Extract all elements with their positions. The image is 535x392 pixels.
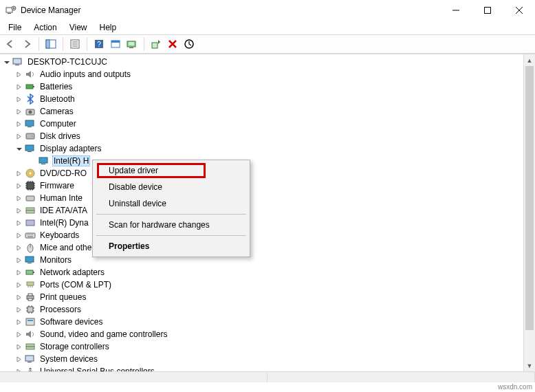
svg-rect-36 xyxy=(26,220,34,226)
collapse-icon[interactable] xyxy=(1,57,11,67)
expand-icon[interactable] xyxy=(14,255,23,265)
expand-icon[interactable] xyxy=(14,206,23,215)
update-driver-button[interactable] xyxy=(124,36,140,52)
expand-icon[interactable] xyxy=(14,354,23,364)
software-device-icon xyxy=(25,316,36,327)
scroll-up-arrow[interactable]: ▲ xyxy=(524,54,535,66)
properties-button[interactable] xyxy=(67,36,83,52)
context-scan-hardware[interactable]: Scan for hardware changes xyxy=(95,217,248,233)
forward-button[interactable] xyxy=(19,36,34,52)
tree-node-batteries[interactable]: Batteries xyxy=(0,80,523,93)
expand-icon[interactable] xyxy=(14,243,23,252)
tree-node-firmware[interactable]: Firmware xyxy=(0,179,523,192)
camera-icon xyxy=(25,106,36,117)
expand-icon[interactable] xyxy=(14,218,23,228)
svg-rect-18 xyxy=(26,85,33,89)
tree-node-usb[interactable]: Universal Serial Bus controllers xyxy=(0,365,523,371)
tree-label: Storage controllers xyxy=(39,342,111,351)
device-tree[interactable]: DESKTOP-TC1CUJC Audio inputs and outputs… xyxy=(0,54,523,371)
back-button[interactable] xyxy=(3,36,18,52)
tree-node-network[interactable]: Network adapters xyxy=(0,266,523,279)
expand-icon[interactable] xyxy=(14,329,23,339)
tree-label: Display adapters xyxy=(39,144,102,153)
tree-node-softdev[interactable]: Software devices xyxy=(0,316,523,328)
expand-icon[interactable] xyxy=(14,292,23,302)
close-button[interactable] xyxy=(503,0,535,21)
svg-rect-47 xyxy=(28,307,33,312)
svg-point-25 xyxy=(32,135,33,137)
toolbar-separator xyxy=(63,37,63,51)
tree-label: Firmware xyxy=(39,181,76,190)
tree-node-storage[interactable]: Storage controllers xyxy=(0,340,523,353)
context-properties[interactable]: Properties xyxy=(95,238,248,254)
expand-icon[interactable] xyxy=(14,230,23,240)
tree-root[interactable]: DESKTOP-TC1CUJC xyxy=(0,56,523,68)
tree-node-sysdev[interactable]: System devices xyxy=(0,353,523,365)
expand-icon[interactable] xyxy=(14,268,23,277)
tree-node-audio[interactable]: Audio inputs and outputs xyxy=(0,68,523,80)
context-disable-device[interactable]: Disable device xyxy=(95,179,248,195)
tree-node-disk[interactable]: Disk drives xyxy=(0,130,523,142)
tree-node-sound[interactable]: Sound, video and game controllers xyxy=(0,328,523,340)
context-menu: Update driver Disable device Uninstall d… xyxy=(92,160,250,257)
tree-node-monitors[interactable]: Monitors xyxy=(0,254,523,266)
maximize-button[interactable] xyxy=(472,0,503,21)
expand-icon[interactable] xyxy=(14,367,23,371)
expand-icon[interactable] xyxy=(14,181,23,190)
tree-node-processors[interactable]: Processors xyxy=(0,303,523,316)
tree-node-cameras[interactable]: Cameras xyxy=(0,105,523,118)
tree-node-keyboards[interactable]: Keyboards xyxy=(0,229,523,241)
tree-node-ide[interactable]: IDE ATA/ATA xyxy=(0,204,523,217)
expand-icon[interactable] xyxy=(14,168,23,178)
tree-node-display-child[interactable]: Intel(R) H xyxy=(0,155,523,167)
storage-controller-icon xyxy=(25,341,36,352)
expand-icon[interactable] xyxy=(14,342,23,351)
tree-node-print-queues[interactable]: Print queues xyxy=(0,291,523,303)
vertical-scrollbar[interactable]: ▲ ▼ xyxy=(523,54,535,371)
svg-rect-45 xyxy=(28,294,32,296)
tree-node-display[interactable]: Display adapters xyxy=(0,142,523,155)
context-uninstall-device[interactable]: Uninstall device xyxy=(95,195,248,212)
minimize-button[interactable] xyxy=(440,0,472,21)
tree-node-mice[interactable]: Mice and other pointing devices xyxy=(0,241,523,254)
port-icon xyxy=(25,279,36,290)
tree-node-ports[interactable]: Ports (COM & LPT) xyxy=(0,279,523,291)
menu-view[interactable]: View xyxy=(64,21,93,34)
tree-node-intel-dyn[interactable]: Intel(R) Dyna xyxy=(0,217,523,229)
scroll-thumb[interactable] xyxy=(525,66,534,330)
tree-node-hid[interactable]: Human Inte xyxy=(0,192,523,204)
menu-file[interactable]: File xyxy=(3,21,27,34)
expand-icon[interactable] xyxy=(14,119,23,129)
menu-action[interactable]: Action xyxy=(28,21,62,34)
toolbar-icon[interactable] xyxy=(108,36,123,52)
scroll-track[interactable] xyxy=(524,66,535,360)
collapse-icon[interactable] xyxy=(14,144,23,153)
tree-node-bluetooth[interactable]: Bluetooth xyxy=(0,93,523,105)
svg-rect-33 xyxy=(26,196,34,201)
tree-label: Network adapters xyxy=(39,268,106,277)
tree-node-computer[interactable]: Computer xyxy=(0,118,523,130)
expand-icon[interactable] xyxy=(14,280,23,290)
expand-icon[interactable] xyxy=(14,317,23,327)
context-update-driver[interactable]: Update driver xyxy=(95,162,248,179)
svg-rect-24 xyxy=(26,133,34,139)
scroll-down-arrow[interactable]: ▼ xyxy=(524,360,535,371)
tree-node-dvd[interactable]: DVD/CD-RO xyxy=(0,167,523,179)
expand-icon[interactable] xyxy=(14,131,23,141)
show-hide-tree-button[interactable] xyxy=(43,36,58,52)
expand-icon[interactable] xyxy=(14,82,23,91)
scan-hardware-button[interactable] xyxy=(182,36,197,52)
help-button[interactable]: ? xyxy=(91,36,107,52)
expand-icon[interactable] xyxy=(14,193,23,203)
storage-controller-icon xyxy=(25,205,36,216)
tree-label: IDE ATA/ATA xyxy=(39,206,89,215)
uninstall-button[interactable] xyxy=(165,36,180,52)
svg-rect-32 xyxy=(27,182,34,189)
expand-icon[interactable] xyxy=(14,94,23,104)
expand-icon[interactable] xyxy=(14,305,23,314)
menu-help[interactable]: Help xyxy=(94,21,122,34)
expand-icon[interactable] xyxy=(14,69,23,79)
enable-device-button[interactable] xyxy=(149,36,164,52)
expand-icon[interactable] xyxy=(14,107,23,116)
keyboard-icon xyxy=(25,230,36,241)
